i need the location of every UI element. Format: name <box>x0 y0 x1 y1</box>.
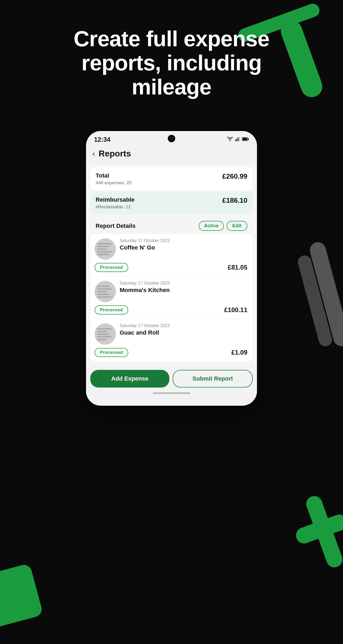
reimbursable-sub: #Reclaimable: 12 <box>96 204 135 210</box>
total-sub: #All expenses: 20 <box>96 180 131 186</box>
expense-top-3: Saturday 17 October 2023 Guac and Roll <box>95 323 247 345</box>
receipt-line <box>97 254 109 255</box>
signal-icon <box>235 137 240 142</box>
headline: Create full expense reports, including m… <box>0 27 343 99</box>
total-amount: £260.99 <box>222 172 247 181</box>
receipt-thumb-2 <box>95 281 116 302</box>
expense-bottom-2: Processed £100.11 <box>95 305 247 315</box>
camera-notch <box>168 135 175 142</box>
expense-list: Saturday 17 October 2023 Coffee N' Go Pr… <box>90 234 253 361</box>
receipt-line <box>97 294 109 295</box>
total-label: Total <box>96 172 131 179</box>
active-badge: Active <box>199 221 224 231</box>
reimbursable-info: Reimbursable #Reclaimable: 12 <box>96 196 135 210</box>
add-expense-button[interactable]: Add Expense <box>90 370 169 388</box>
receipt-line <box>97 286 109 287</box>
reimbursable-label: Reimbursable <box>96 196 135 203</box>
receipt-line <box>97 251 112 252</box>
headline-line1: Create full expense <box>74 26 270 51</box>
expense-item-1[interactable]: Saturday 17 October 2023 Coffee N' Go Pr… <box>90 234 253 277</box>
report-details-bar: Report Details Active Edit <box>90 216 253 234</box>
receipt-line <box>97 246 109 247</box>
total-row: Total #All expenses: 20 £260.99 <box>96 172 247 186</box>
content-area: Total #All expenses: 20 £260.99 Reimburs… <box>86 163 257 366</box>
badge-edit-group: Active Edit <box>199 221 247 231</box>
status-bar: 12:34 <box>86 131 257 145</box>
processed-badge-1: Processed <box>95 263 128 272</box>
page-title: Reports <box>99 149 131 159</box>
back-button[interactable]: ‹ <box>92 150 95 158</box>
reimbursable-row: Reimbursable #Reclaimable: 12 £186.10 <box>96 196 247 210</box>
reimbursable-amount: £186.10 <box>222 196 247 205</box>
submit-report-button[interactable]: Submit Report <box>173 370 253 388</box>
app-header: ‹ Reports <box>86 145 257 163</box>
svg-rect-2 <box>238 137 239 141</box>
expense-amount-2: £100.11 <box>224 306 247 314</box>
receipt-line <box>97 243 112 244</box>
bottom-bar: Add Expense Submit Report <box>86 366 257 390</box>
wifi-icon <box>227 137 233 142</box>
expense-name-3: Guac and Roll <box>120 329 247 336</box>
svg-rect-0 <box>235 140 236 141</box>
home-bar <box>153 392 190 394</box>
receipt-line <box>97 331 107 332</box>
expense-bottom-1: Processed £81.05 <box>95 263 247 272</box>
svg-rect-3 <box>239 137 240 141</box>
edit-button[interactable]: Edit <box>227 221 247 231</box>
receipt-line <box>97 296 112 298</box>
svg-rect-6 <box>248 138 249 140</box>
expense-item-2[interactable]: Saturday 17 October 2023 Momma's Kitchen… <box>90 277 253 319</box>
expense-item-3[interactable]: Saturday 17 October 2023 Guac and Roll P… <box>90 319 253 361</box>
home-indicator <box>86 390 257 398</box>
receipt-line <box>97 333 109 335</box>
receipt-thumb-1 <box>95 238 116 260</box>
expense-top-2: Saturday 17 October 2023 Momma's Kitchen <box>95 281 247 302</box>
expense-top-1: Saturday 17 October 2023 Coffee N' Go <box>95 238 247 260</box>
expense-amount-3: £1.09 <box>231 349 247 356</box>
expense-info-3: Saturday 17 October 2023 Guac and Roll <box>120 323 247 336</box>
processed-badge-3: Processed <box>95 348 128 357</box>
receipt-line <box>97 339 107 340</box>
total-info: Total #All expenses: 20 <box>96 172 131 186</box>
receipt-line <box>97 336 112 338</box>
receipt-thumb-3 <box>95 323 116 345</box>
expense-date-2: Saturday 17 October 2023 <box>120 281 247 286</box>
expense-amount-1: £81.05 <box>228 264 247 271</box>
svg-rect-1 <box>236 139 237 141</box>
receipt-line <box>97 291 107 292</box>
bg-stroke-bl <box>0 563 43 629</box>
total-card: Total #All expenses: 20 £260.99 <box>90 167 253 190</box>
processed-badge-2: Processed <box>95 305 128 315</box>
expense-bottom-3: Processed £1.09 <box>95 348 247 357</box>
receipt-line <box>97 328 112 329</box>
expense-date-3: Saturday 17 October 2023 <box>120 323 247 328</box>
expense-date-1: Saturday 17 October 2023 <box>120 238 247 243</box>
battery-icon <box>242 137 249 142</box>
receipt-line <box>97 248 107 250</box>
expense-name-1: Coffee N' Go <box>120 244 247 251</box>
expense-info-1: Saturday 17 October 2023 Coffee N' Go <box>120 238 247 251</box>
svg-rect-5 <box>243 138 247 140</box>
status-time: 12:34 <box>94 136 110 143</box>
summary-section: Total #All expenses: 20 £260.99 Reimburs… <box>90 167 253 214</box>
reimbursable-card: Reimbursable #Reclaimable: 12 £186.10 <box>90 191 253 214</box>
status-icons <box>227 137 249 142</box>
receipt-line <box>97 288 112 290</box>
phone-mockup: 12:34 ‹ Reports Total #All <box>86 131 257 406</box>
expense-info-2: Saturday 17 October 2023 Momma's Kitchen <box>120 281 247 294</box>
expense-name-2: Momma's Kitchen <box>120 287 247 294</box>
headline-line2: reports, including <box>81 51 262 75</box>
report-details-label: Report Details <box>96 223 135 229</box>
headline-line3: mileage <box>132 75 211 99</box>
